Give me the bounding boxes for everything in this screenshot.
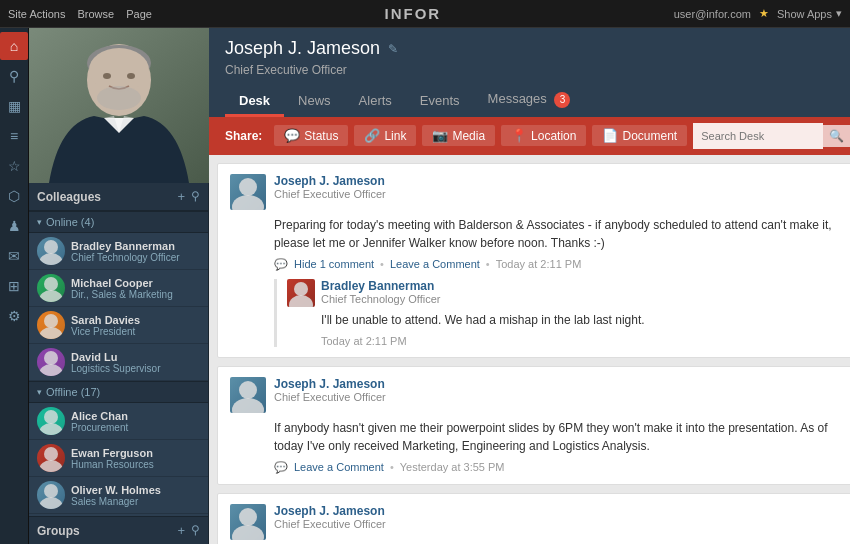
star-icon[interactable]: ★ (759, 7, 769, 20)
svg-point-6 (97, 86, 141, 110)
tab-alerts[interactable]: Alerts (345, 87, 406, 117)
add-group-button[interactable]: + (177, 523, 185, 538)
poster-name[interactable]: Joseph J. Jameson (274, 504, 845, 518)
nav-search-icon[interactable]: ⚲ (0, 62, 28, 90)
browse-btn[interactable]: Browse (77, 8, 114, 20)
nav-home-icon[interactable]: ⌂ (0, 32, 28, 60)
colleague-role: Vice President (71, 326, 200, 337)
svg-point-13 (44, 351, 58, 365)
reply-content: I'll be unable to attend. We had a misha… (321, 311, 845, 329)
list-item[interactable]: Ewan Ferguson Human Resources (29, 440, 208, 477)
svg-point-5 (127, 73, 135, 79)
poster-role: Chief Executive Officer (274, 518, 845, 530)
top-bar: Site Actions Browse Page INFOR user@info… (0, 0, 850, 28)
document-button[interactable]: 📄 Document (592, 125, 687, 146)
nav-building-icon[interactable]: ▦ (0, 92, 28, 120)
show-apps-button[interactable]: Show Apps ▾ (777, 7, 842, 20)
svg-point-11 (44, 314, 58, 328)
content-area: Joseph J. Jameson ✎ Chief Executive Offi… (209, 28, 850, 544)
nav-mail-icon[interactable]: ✉ (0, 242, 28, 270)
colleague-name: Sarah Davies (71, 314, 200, 326)
media-button[interactable]: 📷 Media (422, 125, 495, 146)
status-label: Status (304, 129, 338, 143)
svg-point-9 (44, 277, 58, 291)
colleagues-actions: + ⚲ (177, 189, 200, 204)
feed-item: Joseph J. Jameson Chief Executive Office… (217, 163, 850, 358)
tab-messages[interactable]: Messages 3 (474, 85, 585, 117)
poster-name[interactable]: Joseph J. Jameson (274, 377, 845, 391)
search-group-button[interactable]: ⚲ (191, 523, 200, 538)
avatar (37, 274, 65, 302)
feed-item-header: Joseph J. Jameson Chief Executive Office… (230, 504, 845, 540)
nav-settings-icon[interactable]: ⚙ (0, 302, 28, 330)
nav-bookmark-icon[interactable]: ☆ (0, 152, 28, 180)
offline-section-header[interactable]: ▾ Offline (17) (29, 381, 208, 403)
list-item[interactable]: Michael Cooper Dir., Sales & Marketing (29, 270, 208, 307)
leave-comment-link[interactable]: Leave a Comment (294, 461, 384, 473)
list-item[interactable]: Bradley Bannerman Chief Technology Offic… (29, 233, 208, 270)
svg-point-3 (89, 48, 149, 92)
colleague-info: David Lu Logistics Supervisor (71, 351, 200, 374)
svg-point-32 (232, 525, 264, 540)
document-icon: 📄 (602, 128, 618, 143)
share-bar: Share: 💬 Status 🔗 Link 📷 Media 📍 Locatio… (209, 117, 850, 155)
groups-title: Groups (37, 524, 80, 538)
hide-comment-link[interactable]: Hide 1 comment (294, 258, 374, 270)
comment-icon: 💬 (274, 258, 288, 271)
icon-sidebar: ⌂ ⚲ ▦ ≡ ☆ ⬡ ♟ ✉ ⊞ ⚙ (0, 28, 29, 544)
profile-photo-svg (29, 28, 209, 183)
list-item[interactable]: Alice Chan Procurement (29, 403, 208, 440)
document-label: Document (622, 129, 677, 143)
nav-chart-icon[interactable]: ≡ (0, 122, 28, 150)
colleague-name: Bradley Bannerman (71, 240, 200, 252)
status-button[interactable]: 💬 Status (274, 125, 348, 146)
svg-point-31 (239, 508, 257, 526)
add-colleague-button[interactable]: + (177, 189, 185, 204)
reply-avatar (287, 279, 315, 307)
site-actions-btn[interactable]: Site Actions (8, 8, 65, 20)
avatar (230, 377, 266, 413)
tab-news[interactable]: News (284, 87, 345, 117)
feed-timestamp: Today at 2:11 PM (496, 258, 582, 270)
reply-container: Bradley Bannerman Chief Technology Offic… (274, 279, 845, 347)
poster-name[interactable]: Joseph J. Jameson (274, 174, 845, 188)
avatar (37, 237, 65, 265)
online-section-header[interactable]: ▾ Online (4) (29, 211, 208, 233)
svg-point-15 (44, 410, 58, 424)
user-email: user@infor.com (674, 8, 751, 20)
location-button[interactable]: 📍 Location (501, 125, 586, 146)
svg-point-26 (232, 195, 264, 210)
svg-point-18 (39, 460, 63, 472)
infor-logo: INFOR (384, 5, 441, 22)
offline-section-label: Offline (17) (46, 386, 100, 398)
search-button[interactable]: 🔍 (823, 125, 850, 147)
nav-people-icon[interactable]: ♟ (0, 212, 28, 240)
colleague-info: Alice Chan Procurement (71, 410, 200, 433)
reply-timestamp-row: Today at 2:11 PM (321, 335, 845, 347)
search-colleague-button[interactable]: ⚲ (191, 189, 200, 204)
offline-chevron-icon: ▾ (37, 387, 42, 397)
link-icon: 🔗 (364, 128, 380, 143)
leave-comment-link[interactable]: Leave a Comment (390, 258, 480, 270)
colleague-role: Procurement (71, 422, 200, 433)
colleague-info: Bradley Bannerman Chief Technology Offic… (71, 240, 200, 263)
colleague-role: Logistics Supervisor (71, 363, 200, 374)
list-item[interactable]: Oliver W. Holmes Sales Manager (29, 477, 208, 514)
tab-events[interactable]: Events (406, 87, 474, 117)
status-icon: 💬 (284, 128, 300, 143)
tab-desk[interactable]: Desk (225, 87, 284, 117)
feed: Joseph J. Jameson Chief Executive Office… (209, 155, 850, 545)
list-item[interactable]: David Lu Logistics Supervisor (29, 344, 208, 381)
search-input[interactable] (693, 123, 823, 149)
nav-share-icon[interactable]: ⬡ (0, 182, 28, 210)
groups-actions: + ⚲ (177, 523, 200, 538)
svg-point-29 (239, 381, 257, 399)
page-btn[interactable]: Page (126, 8, 152, 20)
reply-poster-name[interactable]: Bradley Bannerman (321, 279, 440, 293)
nav-grid-icon[interactable]: ⊞ (0, 272, 28, 300)
edit-profile-icon[interactable]: ✎ (388, 42, 398, 56)
link-button[interactable]: 🔗 Link (354, 125, 416, 146)
reply-timestamp: Today at 2:11 PM (321, 335, 407, 347)
profile-name-row: Joseph J. Jameson ✎ (225, 38, 850, 59)
list-item[interactable]: Sarah Davies Vice President (29, 307, 208, 344)
